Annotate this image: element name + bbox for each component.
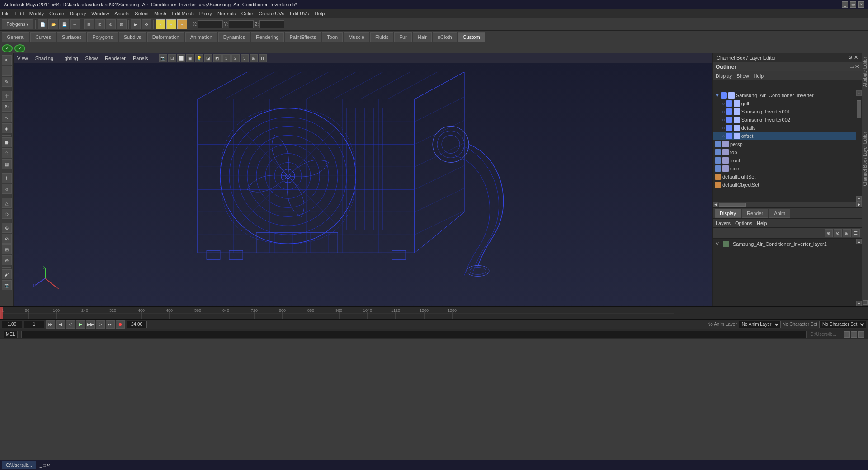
close-button[interactable]: ✕ [858,1,864,8]
minimize-button[interactable]: _ [842,1,848,8]
tab-animation[interactable]: Animation [185,32,217,42]
vp-textured[interactable]: ▣ [186,54,194,62]
outliner-item-side[interactable]: side [713,164,856,173]
outliner-item-grill[interactable]: ○ grill [713,99,856,108]
mel-input[interactable] [21,331,807,338]
menu-assets[interactable]: Assets [114,11,129,16]
current-frame-input[interactable] [24,321,44,328]
layer-tab-display[interactable]: Display [715,209,741,218]
tab-muscle[interactable]: Muscle [344,32,369,42]
layer-tb-3[interactable]: ⊞ [843,229,851,237]
append-poly-tool[interactable]: ◇ [2,209,12,219]
scroll-right-arrow[interactable]: ▶ [856,202,862,207]
scroll-up-arrow[interactable]: ▲ [856,90,862,96]
vp-res-med[interactable]: 2 [231,54,240,62]
soft-mod-tool[interactable]: ⬟ [2,137,12,147]
menu-mesh[interactable]: Mesh [154,11,166,16]
outliner-show-menu[interactable]: Show [736,73,749,79]
scrollbar-thumb[interactable] [857,100,861,118]
insert-tool[interactable]: ⊞ [2,244,12,254]
menu-create-uvs[interactable]: Create UVs [259,11,284,16]
mode-selector[interactable]: Polygons ▾ [2,19,33,29]
playback-play-btn[interactable]: ▶ [76,320,85,329]
layer-scroll-down[interactable]: ▼ [856,301,862,306]
end-frame-input[interactable] [127,321,147,328]
layer-tb-1[interactable]: ⊕ [825,229,833,237]
outliner-help-menu[interactable]: Help [754,73,764,79]
cb-close-icon[interactable]: ✕ [854,55,858,61]
menu-proxy[interactable]: Proxy [199,11,212,16]
maximize-button[interactable]: ▭ [850,1,856,8]
x-coord-input[interactable] [198,20,223,28]
viewport-menu-view[interactable]: View [17,56,28,61]
tab-deformation[interactable]: Deformation [147,32,184,42]
layer-menu-options[interactable]: Options [735,221,752,226]
curve-cv-tool[interactable]: ⌇ [2,173,12,183]
start-frame-input[interactable] [2,321,22,328]
task-icon-3[interactable] [858,331,864,338]
file-save-btn[interactable]: 💾 [59,19,69,29]
menu-select[interactable]: Select [135,11,149,16]
taskbar-close[interactable]: ✕ [47,463,50,468]
tab-fluids[interactable]: Fluids [370,32,393,42]
vp-res-low[interactable]: 1 [222,54,231,62]
render-btn[interactable]: ▶ [131,19,141,29]
playback-record-btn[interactable]: ⏺ [116,320,125,329]
check-btn-1[interactable]: ✓ [2,44,13,52]
menu-edit[interactable]: Edit [15,11,24,16]
tab-painteffects[interactable]: PaintEffects [285,32,321,42]
paint-weights-tool[interactable]: 🖌 [2,269,12,279]
menu-create[interactable]: Create [49,11,64,16]
taskbar-window-controls[interactable]: _ □ ✕ [40,463,51,468]
snap-grid-btn[interactable]: ⊞ [84,19,94,29]
window-controls[interactable]: _ ▭ ✕ [842,1,864,8]
tab-rendering[interactable]: Rendering [251,32,284,42]
menu-normals[interactable]: Normals [217,11,236,16]
paint-tool[interactable]: ✎ [2,77,12,87]
scroll-down-arrow[interactable]: ▼ [856,196,862,202]
vp-lights[interactable]: 💡 [195,54,203,62]
playback-start-btn[interactable]: ⏮ [46,320,55,329]
layer-scroll-up[interactable]: ▲ [856,239,862,244]
outliner-item-offset[interactable]: ○ offset [713,132,856,140]
taskbar-maya-btn[interactable]: C:\Users\lb... [2,461,36,469]
menu-modify[interactable]: Modify [29,11,44,16]
create-poly-tool[interactable]: △ [2,198,12,208]
snap-point-btn[interactable]: ⊙ [106,19,116,29]
taskbar-max[interactable]: □ [43,463,46,468]
layer-tb-4[interactable]: ☰ [852,229,860,237]
layer-item-1[interactable]: V Samsung_Air_Conditioner_Inverter_layer… [713,240,856,249]
ae-toggle-btn[interactable] [863,300,868,305]
check-btn-2[interactable]: ✓ [14,44,25,52]
vp-ao[interactable]: ◩ [213,54,222,62]
color-swatch-1[interactable]: ● [156,19,165,29]
vp-wireframe[interactable]: ⊡ [168,54,176,62]
outliner-item-objectset[interactable]: defaultObjectSet [713,181,856,189]
task-icon-1[interactable] [844,331,850,338]
anim-layer-selector[interactable]: No Anim Layer [739,321,781,328]
tab-dynamics[interactable]: Dynamics [218,32,250,42]
outliner-search[interactable] [713,80,862,90]
lasso-tool[interactable]: ⋯ [2,66,12,76]
layer-visibility-toggle[interactable] [723,241,729,247]
outliner-minimize[interactable]: _ [846,64,849,70]
layer-scroll-track[interactable] [856,244,862,301]
split-tool[interactable]: ⊘ [2,234,12,244]
outliner-item-persp[interactable]: persp [713,140,856,148]
tab-surfaces[interactable]: Surfaces [57,32,86,42]
menu-color[interactable]: Color [241,11,253,16]
menu-display[interactable]: Display [70,11,86,16]
viewport-menu-show[interactable]: Show [85,56,98,61]
vp-hud[interactable]: H [259,54,267,62]
playback-next-frame-btn[interactable]: ▷ [96,320,105,329]
character-set-selector[interactable]: No Character Set [819,321,866,328]
rotate-tool[interactable]: ↻ [2,102,12,112]
layer-tb-2[interactable]: ⊘ [834,229,842,237]
viewport-menu-shading[interactable]: Shading [35,56,53,61]
tab-ncloth[interactable]: nCloth [433,32,457,42]
viewport-menu-renderer[interactable]: Renderer [105,56,126,61]
task-icon-2[interactable] [851,331,857,338]
playback-play-fwd-btn[interactable]: ▶▶ [86,320,95,329]
layer-menu-layers[interactable]: Layers [716,221,731,226]
vp-select-cam[interactable]: 📷 [159,54,167,62]
